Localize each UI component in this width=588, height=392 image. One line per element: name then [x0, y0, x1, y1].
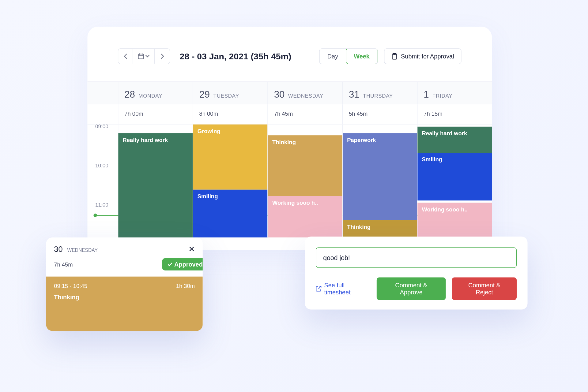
submit-approval-label: Submit for Approval [401, 53, 454, 60]
calendar-event[interactable]: Growing [193, 124, 268, 189]
day-column-thu: PaperworkThinking [342, 124, 417, 237]
calendar-grid: 09:00 10:00 11:00 Really hard work Growi… [88, 124, 492, 237]
close-icon[interactable]: ✕ [188, 244, 195, 254]
check-icon [167, 262, 172, 267]
day-header-row: 28MONDAY 29TUESDAY 30WEDNESDAY 31THURSDA… [88, 81, 492, 104]
submit-approval-button[interactable]: Submit for Approval [384, 48, 462, 64]
comment-input[interactable] [316, 247, 517, 268]
calendar-event[interactable]: Working sooo h.. [268, 196, 342, 237]
approved-badge: Approved [162, 258, 203, 271]
day-hours: 8h 00m [193, 104, 267, 124]
calendar-icon [138, 53, 144, 59]
popup-event-time: 09:15 - 10:45 [54, 282, 87, 289]
comment-reject-button[interactable]: Comment & Reject [452, 277, 517, 300]
calendar-event[interactable]: Thinking [343, 220, 417, 237]
view-toggle: Day Week [319, 48, 378, 64]
calendar-event[interactable]: Working sooo h.. [417, 203, 492, 237]
date-range-title: 28 - 03 Jan, 2021 (35h 45m) [180, 51, 292, 61]
popup-day-number: 30 [54, 245, 62, 253]
prev-button[interactable] [118, 49, 133, 63]
calendar-event[interactable]: Smiling [193, 189, 268, 237]
date-picker-button[interactable] [133, 49, 155, 63]
toolbar: 28 - 03 Jan, 2021 (35h 45m) Day Week Sub… [88, 48, 492, 81]
day-header[interactable]: 29TUESDAY [193, 82, 267, 104]
day-hours: 7h 00m [118, 104, 193, 124]
approval-comment-card: See full timesheet Comment & Approve Com… [305, 237, 528, 310]
popup-event[interactable]: 09:15 - 10:45 1h 30m Thinking [46, 276, 203, 331]
chevron-left-icon [123, 54, 128, 59]
chevron-right-icon [160, 54, 164, 59]
day-header[interactable]: 30WEDNESDAY [267, 82, 342, 104]
day-hours: 5h 45m [342, 104, 417, 124]
day-hours-row: 7h 00m 8h 00m 7h 45m 5h 45m 7h 15m [88, 104, 492, 124]
view-week-button[interactable]: Week [345, 48, 378, 64]
day-hours: 7h 15m [417, 104, 492, 124]
day-column-wed: ThinkingWorking sooo h.. [267, 124, 342, 237]
svg-rect-0 [138, 54, 144, 59]
see-full-timesheet-link[interactable]: See full timesheet [316, 282, 371, 295]
calendar-event[interactable]: Smiling [417, 153, 492, 200]
popup-day-hours: 7h 45m [54, 261, 73, 267]
day-header[interactable]: 31THURSDAY [342, 82, 417, 104]
time-label: 09:00 [95, 123, 108, 129]
date-nav-group [118, 48, 170, 64]
calendar-event[interactable]: Really hard work [118, 133, 193, 237]
popup-event-duration: 1h 30m [176, 282, 195, 289]
day-detail-popup: 30 WEDNESDAY ✕ 7h 45m Approved 09:15 - 1… [46, 237, 203, 330]
chevron-down-icon [145, 54, 149, 58]
comment-approve-button[interactable]: Comment & Approve [376, 277, 446, 300]
external-link-icon [316, 286, 322, 292]
next-button[interactable] [155, 49, 170, 63]
time-label: 11:00 [95, 202, 108, 208]
clipboard-icon [391, 53, 398, 59]
day-column-tue: GrowingSmiling [193, 124, 267, 237]
time-label: 10:00 [95, 162, 108, 169]
day-header[interactable]: 1FRIDAY [417, 82, 492, 104]
calendar-event[interactable]: Thinking [268, 135, 342, 196]
view-day-button[interactable]: Day [319, 49, 346, 63]
popup-event-title: Thinking [54, 293, 195, 301]
popup-day-name: WEDNESDAY [67, 247, 98, 252]
day-column-fri: Really hard workSmilingWorking sooo h.. [417, 124, 492, 237]
day-header[interactable]: 28MONDAY [118, 82, 193, 104]
day-column-mon: Really hard work [118, 124, 193, 237]
time-rail: 09:00 10:00 11:00 [88, 124, 118, 237]
calendar-event[interactable]: Really hard work [417, 126, 492, 152]
timesheet-panel: 28 - 03 Jan, 2021 (35h 45m) Day Week Sub… [88, 27, 492, 250]
calendar-event[interactable]: Paperwork [343, 133, 417, 220]
day-hours: 7h 45m [267, 104, 342, 124]
